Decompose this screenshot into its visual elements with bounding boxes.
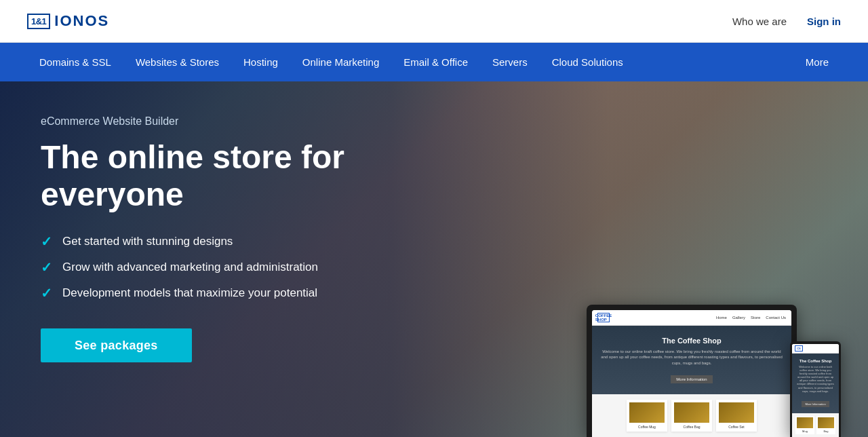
feature-text-3: Development models that maximize your po… bbox=[62, 286, 317, 300]
nav-item-email[interactable]: Email & Office bbox=[391, 43, 480, 81]
nav-item-domains[interactable]: Domains & SSL bbox=[27, 43, 123, 81]
nav-item-websites[interactable]: Websites & Stores bbox=[123, 43, 231, 81]
laptop-mockup: COFFEE SHOP Home Gallery Store Contact U… bbox=[587, 305, 797, 437]
screen-nav-home: Home bbox=[716, 316, 727, 320]
laptop-screen: COFFEE SHOP Home Gallery Store Contact U… bbox=[592, 310, 791, 437]
screen-nav-links: Home Gallery Store Contact Us bbox=[716, 316, 786, 320]
screen-logo-box: COFFEE SHOP bbox=[597, 313, 610, 322]
feature-item-3: ✓ Development models that maximize your … bbox=[41, 285, 827, 301]
check-icon-2: ✓ bbox=[41, 259, 54, 276]
screen-product-2: Coffee Bag bbox=[671, 400, 712, 432]
sign-in-link[interactable]: Sign in bbox=[807, 16, 841, 27]
mockup-area: COFFEE SHOP Home Gallery Store Contact U… bbox=[587, 305, 841, 437]
phone-screen-btn: More Information bbox=[802, 401, 829, 407]
screen-nav-contact: Contact Us bbox=[766, 316, 786, 320]
screen-hero-title: The Coffee Shop bbox=[600, 337, 783, 345]
screen-product-label-2: Coffee Bag bbox=[674, 425, 709, 429]
screen-logo: COFFEE SHOP bbox=[597, 313, 610, 322]
screen-hero-text: Welcome to our online kraft coffee store… bbox=[600, 349, 783, 366]
phone-screen-title: The Coffee Shop bbox=[796, 359, 835, 363]
phone-product-img-2 bbox=[818, 417, 834, 428]
screen-product-3: Coffee Set bbox=[716, 400, 757, 432]
check-icon-1: ✓ bbox=[41, 233, 54, 250]
feature-item-1: ✓ Get started with stunning designs bbox=[41, 233, 827, 250]
phone-product-2: Bag bbox=[816, 416, 835, 434]
check-icon-3: ✓ bbox=[41, 285, 54, 301]
screen-product-img-1 bbox=[629, 402, 665, 423]
phone-screen: CS The Coffee Shop Welcome to our online… bbox=[792, 344, 839, 438]
who-we-are-link[interactable]: Who we are bbox=[732, 16, 787, 27]
phone-logo-box: CS bbox=[795, 345, 803, 352]
feature-text-1: Get started with stunning designs bbox=[62, 235, 233, 248]
phone-product-1: Mug bbox=[795, 416, 814, 434]
top-bar-right: Who we are Sign in bbox=[732, 16, 841, 27]
screen-hero-btn: More Information bbox=[671, 375, 712, 383]
screen-nav-gallery: Gallery bbox=[732, 316, 745, 320]
phone-product-img-1 bbox=[797, 417, 813, 428]
screen-product-img-3 bbox=[719, 402, 754, 423]
screen-product-img-2 bbox=[674, 402, 709, 423]
screen-products: Coffee Mug Coffee Bag Coffee Set bbox=[592, 394, 791, 437]
nav-item-hosting[interactable]: Hosting bbox=[231, 43, 290, 81]
screen-nav: COFFEE SHOP Home Gallery Store Contact U… bbox=[592, 310, 791, 326]
phone-screen-hero: The Coffee Shop Welcome to our online kr… bbox=[792, 354, 839, 414]
top-bar: 1&1 IONOS Who we are Sign in bbox=[0, 0, 868, 43]
hero-title: The online store for everyone bbox=[41, 138, 420, 213]
screen-nav-store: Store bbox=[751, 316, 760, 320]
logo-box: 1&1 bbox=[27, 14, 50, 29]
phone-mockup: CS The Coffee Shop Welcome to our online… bbox=[790, 341, 841, 438]
phone-screen-text: Welcome to our online kraft coffee store… bbox=[796, 365, 835, 394]
nav-more[interactable]: More bbox=[793, 43, 841, 81]
nav-item-marketing[interactable]: Online Marketing bbox=[290, 43, 391, 81]
phone-product-label-2: Bag bbox=[818, 430, 834, 433]
logo-text: IONOS bbox=[54, 12, 109, 30]
hero-subtitle: eCommerce Website Builder bbox=[41, 115, 827, 128]
logo-area[interactable]: 1&1 IONOS bbox=[27, 12, 109, 30]
screen-product-label-3: Coffee Set bbox=[719, 425, 754, 429]
phone-screen-products: Mug Bag bbox=[792, 413, 839, 437]
nav-bar: Domains & SSL Websites & Stores Hosting … bbox=[0, 43, 868, 81]
nav-item-cloud[interactable]: Cloud Solutions bbox=[540, 43, 635, 81]
feature-item-2: ✓ Grow with advanced marketing and admin… bbox=[41, 259, 827, 276]
see-packages-button[interactable]: See packages bbox=[41, 328, 192, 362]
screen-hero: The Coffee Shop Welcome to our online kr… bbox=[592, 326, 791, 394]
feature-list: ✓ Get started with stunning designs ✓ Gr… bbox=[41, 233, 827, 301]
screen-product-label-1: Coffee Mug bbox=[629, 425, 665, 429]
phone-product-label-1: Mug bbox=[797, 430, 813, 433]
nav-item-servers[interactable]: Servers bbox=[480, 43, 540, 81]
phone-screen-nav: CS bbox=[792, 344, 839, 354]
screen-product-1: Coffee Mug bbox=[627, 400, 667, 432]
feature-text-2: Grow with advanced marketing and adminis… bbox=[62, 261, 318, 274]
hero-section: eCommerce Website Builder The online sto… bbox=[0, 81, 868, 437]
